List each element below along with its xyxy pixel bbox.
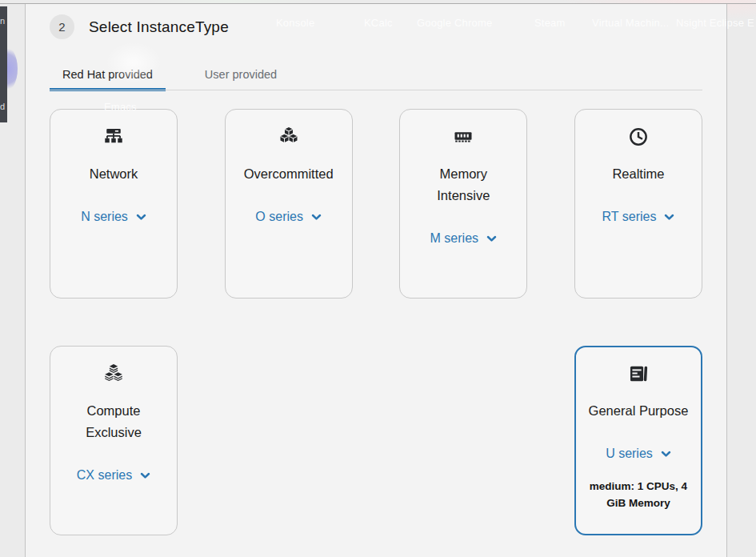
- card-title: Memory Intensive: [411, 163, 515, 206]
- tabs-baseline: [50, 90, 702, 90]
- step-header: 2 Select InstanceType: [50, 14, 229, 39]
- series-dropdown-network[interactable]: N series: [81, 210, 146, 224]
- series-dropdown-compute-exclusive[interactable]: CX series: [77, 468, 150, 483]
- card-title: Compute Exclusive: [62, 400, 166, 443]
- selected-size-detail: medium: 1 CPUs, 4 GiB Memory: [587, 478, 690, 511]
- card-title: General Purpose: [589, 400, 689, 422]
- chevron-down-icon: [486, 235, 497, 242]
- layers-icon: [102, 363, 126, 385]
- memory-icon: [451, 126, 475, 148]
- chevron-down-icon: [136, 214, 146, 221]
- series-label: M series: [430, 231, 478, 246]
- clock-icon: [626, 126, 650, 148]
- series-dropdown-memory-intensive[interactable]: M series: [430, 231, 497, 246]
- card-title: Realtime: [612, 163, 664, 185]
- series-label: N series: [81, 210, 128, 224]
- card-title: Network: [90, 163, 138, 185]
- instance-type-grid: Network N series Overcommitted O series …: [50, 109, 702, 535]
- tab-label: User provided: [205, 68, 277, 81]
- card-title: Overcommitted: [244, 163, 334, 185]
- wizard-panel: 2 Select InstanceType Red Hat provided U…: [25, 4, 727, 557]
- tab-label: Red Hat provided: [62, 68, 153, 81]
- instancetype-card-network[interactable]: Network N series: [50, 109, 178, 299]
- ghost-edge-fragment: d: [0, 102, 5, 111]
- instancetype-card-overcommitted[interactable]: Overcommitted O series: [225, 109, 353, 299]
- series-label: O series: [255, 210, 303, 224]
- series-dropdown-overcommitted[interactable]: O series: [255, 210, 322, 224]
- provider-tabs: Red Hat provided User provided: [50, 58, 702, 90]
- server-icon: [626, 363, 650, 385]
- tab-red-hat-provided[interactable]: Red Hat provided: [50, 58, 166, 90]
- series-label: U series: [606, 447, 653, 461]
- series-dropdown-general-purpose[interactable]: U series: [606, 447, 671, 461]
- network-icon: [102, 126, 126, 148]
- instancetype-card-general-purpose[interactable]: General Purpose U series medium: 1 CPUs,…: [574, 346, 702, 535]
- chevron-down-icon: [661, 451, 671, 458]
- step-number-badge: 2: [50, 14, 74, 39]
- ghost-edge-fragment: n: [0, 16, 5, 26]
- page-title: Select InstanceType: [89, 18, 229, 36]
- instancetype-card-memory-intensive[interactable]: Memory Intensive M series: [399, 109, 527, 299]
- series-dropdown-realtime[interactable]: RT series: [602, 210, 675, 224]
- cubes-icon: [277, 126, 301, 148]
- chevron-down-icon: [140, 472, 150, 479]
- chevron-down-icon: [664, 214, 674, 221]
- chevron-down-icon: [311, 214, 322, 221]
- tab-user-provided[interactable]: User provided: [192, 58, 290, 90]
- instancetype-card-realtime[interactable]: Realtime RT series: [574, 109, 702, 299]
- series-label: CX series: [77, 468, 132, 483]
- instancetype-card-compute-exclusive[interactable]: Compute Exclusive CX series: [50, 346, 178, 535]
- series-label: RT series: [602, 210, 657, 224]
